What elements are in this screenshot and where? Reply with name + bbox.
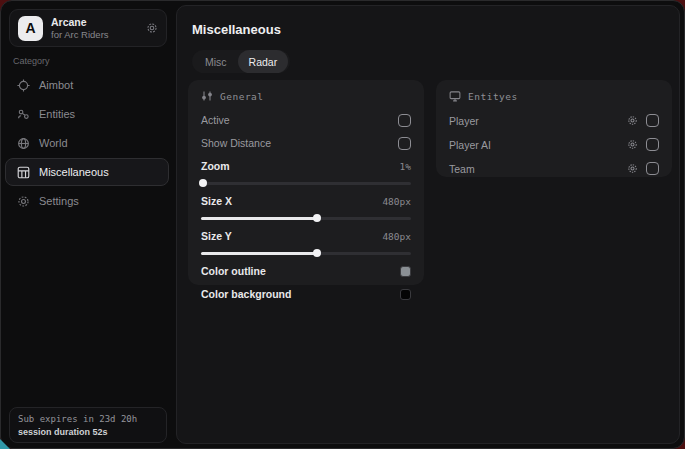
logo-gear-icon[interactable]: [146, 22, 158, 34]
entity-row-player: Player: [449, 110, 659, 131]
tab-misc[interactable]: Misc: [194, 50, 238, 73]
subscription-card: Sub expires in 23d 20h session duration …: [9, 407, 167, 443]
sidebar-item-label: Aimbot: [39, 79, 73, 91]
setting-value: 1%: [400, 161, 411, 172]
panel-title: Entityes: [468, 91, 518, 102]
category-label: Category: [13, 56, 50, 66]
tab-radar[interactable]: Radar: [238, 50, 289, 73]
app-subtitle: for Arc Riders: [51, 29, 146, 41]
sidebar-item-aimbot[interactable]: Aimbot: [5, 71, 169, 99]
entity-label: Team: [449, 163, 475, 175]
app-title: Arcane: [51, 16, 146, 29]
sidebar-item-label: World: [39, 137, 68, 149]
setting-row-size-y: Size Y 480px: [201, 226, 411, 246]
sidebar: A Arcane for Arc Riders Category Aimbot: [1, 1, 175, 448]
setting-value: 480px: [382, 231, 411, 242]
setting-row-color-outline: Color outline: [201, 261, 411, 281]
active-checkbox[interactable]: [398, 114, 411, 127]
color-outline-swatch[interactable]: [400, 266, 411, 277]
size-y-slider[interactable]: [201, 248, 411, 258]
setting-label: Active: [201, 114, 230, 126]
setting-label: Zoom: [201, 160, 230, 172]
sidebar-item-label: Miscellaneous: [39, 166, 109, 178]
setting-row-color-background: Color background: [201, 284, 411, 304]
sidebar-item-label: Entities: [39, 108, 75, 120]
size-x-slider[interactable]: [201, 213, 411, 223]
player-ai-checkbox[interactable]: [646, 138, 659, 151]
color-background-swatch[interactable]: [400, 289, 411, 300]
sub-expires-text: Sub expires in 23d 20h: [18, 412, 158, 426]
sidebar-item-entities[interactable]: Entities: [5, 100, 169, 128]
corner-cursor-artifact: [0, 439, 10, 449]
gear-icon: [16, 194, 30, 208]
page-title: Miscellaneous: [192, 22, 281, 37]
monitor-icon: [449, 90, 461, 102]
show-distance-checkbox[interactable]: [398, 137, 411, 150]
globe-icon: [16, 136, 30, 150]
sliders-icon: [201, 90, 213, 102]
setting-row-size-x: Size X 480px: [201, 191, 411, 211]
team-checkbox[interactable]: [646, 162, 659, 175]
setting-row-zoom: Zoom 1%: [201, 156, 411, 176]
player-settings-icon[interactable]: [627, 115, 638, 126]
main-content: Miscellaneous Misc Radar General Active …: [176, 5, 680, 444]
entities-panel: Entityes Player Player AI: [436, 80, 672, 177]
setting-label: Size X: [201, 195, 232, 207]
entity-label: Player AI: [449, 139, 491, 151]
sidebar-nav: Aimbot Entities World: [5, 71, 169, 216]
general-panel: General Active Show Distance Zoom 1% Siz…: [188, 80, 424, 285]
crosshair-icon: [16, 78, 30, 92]
sidebar-item-label: Settings: [39, 195, 79, 207]
setting-value: 480px: [382, 196, 411, 207]
setting-row-show-distance: Show Distance: [201, 133, 411, 153]
entity-row-team: Team: [449, 158, 659, 179]
app-window: A Arcane for Arc Riders Category Aimbot: [0, 0, 685, 449]
player-ai-settings-icon[interactable]: [627, 139, 638, 150]
entities-icon: [16, 107, 30, 121]
setting-row-active: Active: [201, 110, 411, 130]
zoom-slider[interactable]: [201, 178, 411, 188]
sidebar-item-world[interactable]: World: [5, 129, 169, 157]
tab-bar: Misc Radar: [192, 50, 290, 73]
logo-card: A Arcane for Arc Riders: [9, 9, 167, 47]
panel-title: General: [220, 91, 264, 102]
setting-label: Color background: [201, 288, 291, 300]
setting-label: Color outline: [201, 265, 266, 277]
entity-label: Player: [449, 115, 479, 127]
entity-row-player-ai: Player AI: [449, 134, 659, 155]
setting-label: Show Distance: [201, 137, 271, 149]
session-duration-text: session duration 52s: [18, 426, 158, 438]
sidebar-item-miscellaneous[interactable]: Miscellaneous: [5, 158, 169, 186]
player-checkbox[interactable]: [646, 114, 659, 127]
team-settings-icon[interactable]: [627, 163, 638, 174]
sidebar-item-settings[interactable]: Settings: [5, 187, 169, 215]
setting-label: Size Y: [201, 230, 232, 242]
app-logo: A: [18, 16, 43, 41]
grid-icon: [16, 165, 30, 179]
